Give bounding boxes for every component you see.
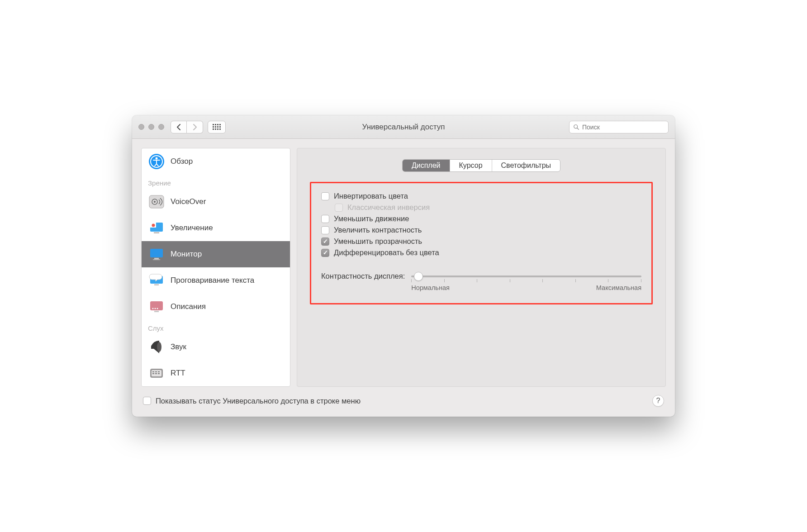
grid-icon: [213, 124, 221, 130]
svg-rect-12: [150, 249, 163, 257]
slider-min-label: Нормальная: [411, 284, 450, 291]
svg-rect-21: [154, 311, 159, 312]
svg-rect-25: [152, 371, 154, 372]
sidebar-item-label: RTT: [171, 369, 185, 378]
sidebar-item-label: Монитор: [171, 250, 202, 259]
sidebar-item-label: Увеличение: [171, 223, 213, 233]
traffic-lights: [138, 124, 164, 130]
slider-range-labels: Нормальная Максимальная: [411, 284, 641, 291]
titlebar: Универсальный доступ: [132, 115, 675, 139]
sound-icon: [148, 338, 165, 356]
zoom-app-icon: [148, 219, 165, 237]
footer: Показывать статус Универсального доступа…: [132, 393, 675, 417]
option-invert-colors[interactable]: Инвертировать цвета: [321, 190, 641, 202]
nav-buttons: [171, 121, 203, 133]
svg-point-7: [154, 201, 156, 203]
svg-line-1: [577, 128, 579, 129]
option-reduce-transparency[interactable]: Уменьшить прозрачность: [321, 236, 641, 247]
option-label: Классическая инверсия: [347, 203, 430, 212]
sidebar-item-label: VoiceOver: [171, 197, 206, 206]
accessibility-icon: [148, 153, 165, 170]
minimize-icon[interactable]: [148, 124, 154, 130]
svg-rect-17: [150, 301, 163, 310]
svg-rect-29: [155, 373, 157, 374]
sidebar-item-label: Обзор: [171, 157, 193, 166]
search-icon: [573, 124, 579, 130]
svg-rect-26: [155, 371, 157, 372]
back-button[interactable]: [171, 121, 187, 133]
voiceover-icon: [148, 193, 165, 210]
sidebar-item-monitor[interactable]: Монитор: [142, 241, 290, 267]
option-label: Увеличить контрастность: [334, 226, 422, 234]
sidebar-item-label: Проговаривание текста: [171, 276, 254, 285]
svg-rect-14: [153, 259, 160, 260]
option-classic-invert: Классическая инверсия: [321, 202, 641, 213]
search-input[interactable]: [582, 124, 665, 131]
descriptions-icon: [148, 298, 165, 315]
slider-label: Контрастность дисплея:: [321, 271, 405, 280]
checkbox[interactable]: [321, 215, 329, 223]
sidebar-item-rtt[interactable]: RTT: [142, 360, 290, 386]
content-pane: Дисплей Курсор Светофильтры Инвертироват…: [297, 148, 666, 387]
highlighted-region: Инвертировать цвета Классическая инверси…: [310, 182, 653, 304]
zoom-icon[interactable]: [158, 124, 164, 130]
svg-point-4: [156, 157, 158, 160]
preferences-window: Универсальный доступ Обзор Зрение VoiceO…: [132, 115, 675, 417]
sidebar-item-descriptions[interactable]: Описания: [142, 294, 290, 320]
checkbox[interactable]: [321, 249, 329, 257]
option-label: Уменьшить прозрачность: [334, 237, 422, 246]
slider-ticks: [411, 279, 641, 282]
svg-rect-16: [154, 284, 159, 285]
tab-bar: Дисплей Курсор Светофильтры: [402, 159, 560, 172]
tab-color-filters[interactable]: Светофильтры: [492, 160, 560, 171]
option-increase-contrast[interactable]: Увеличить контрастность: [321, 224, 641, 236]
sidebar-item-label: Описания: [171, 302, 206, 311]
slider-max-label: Максимальная: [596, 284, 641, 291]
sidebar-item-voiceover[interactable]: VoiceOver: [142, 189, 290, 215]
option-differentiate-without-color[interactable]: Дифференцировать без цвета: [321, 247, 641, 258]
svg-rect-13: [154, 258, 159, 259]
footer-label: Показывать статус Универсального доступа…: [156, 397, 361, 405]
sidebar-item-overview[interactable]: Обзор: [142, 148, 290, 175]
show-all-button[interactable]: [208, 121, 226, 133]
sidebar-item-sound[interactable]: Звук: [142, 334, 290, 360]
close-icon[interactable]: [138, 124, 144, 130]
svg-point-19: [155, 308, 156, 309]
contrast-slider-section: Контрастность дисплея: Нормальная Максим…: [321, 271, 641, 291]
slider-thumb[interactable]: [414, 272, 423, 281]
monitor-icon: [148, 246, 165, 263]
rtt-icon: [148, 365, 165, 382]
checkbox: [335, 204, 343, 212]
forward-button[interactable]: [187, 121, 203, 133]
option-reduce-motion[interactable]: Уменьшить движение: [321, 213, 641, 224]
tab-cursor[interactable]: Курсор: [450, 160, 492, 171]
checkbox[interactable]: [321, 226, 329, 234]
option-label: Инвертировать цвета: [334, 192, 408, 200]
sidebar-item-speech[interactable]: Проговаривание текста: [142, 267, 290, 294]
svg-point-20: [157, 308, 158, 309]
sidebar-item-zoom[interactable]: Увеличение: [142, 215, 290, 241]
help-icon: ?: [656, 397, 660, 405]
checkbox[interactable]: [321, 192, 329, 200]
option-label: Уменьшить движение: [334, 214, 409, 223]
svg-point-22: [157, 342, 161, 352]
slider-track[interactable]: [411, 276, 641, 277]
sidebar-header-hearing: Слух: [142, 320, 290, 334]
svg-rect-30: [158, 373, 160, 374]
svg-rect-27: [158, 371, 160, 372]
help-button[interactable]: ?: [652, 395, 664, 407]
svg-rect-5: [149, 195, 164, 208]
checkbox[interactable]: [321, 238, 329, 246]
svg-rect-11: [154, 232, 159, 233]
svg-point-18: [152, 308, 154, 309]
checkbox[interactable]: [143, 397, 151, 405]
svg-point-10: [152, 224, 155, 227]
search-field[interactable]: [569, 121, 669, 133]
window-title: Универсальный доступ: [362, 123, 445, 132]
speech-icon: [148, 272, 165, 289]
sidebar-item-label: Звук: [171, 342, 186, 352]
option-label: Дифференцировать без цвета: [334, 248, 439, 257]
tab-display[interactable]: Дисплей: [403, 160, 450, 171]
sidebar-header-vision: Зрение: [142, 175, 290, 189]
contrast-slider[interactable]: Нормальная Максимальная: [411, 271, 641, 291]
